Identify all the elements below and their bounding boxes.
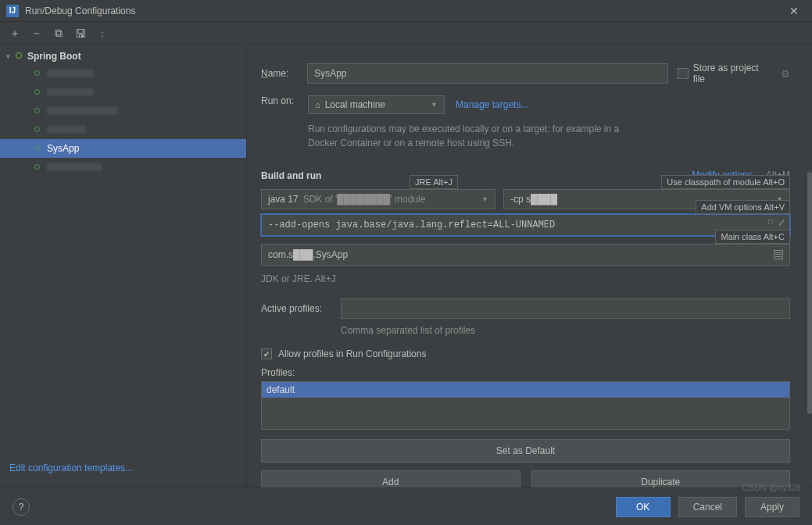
tree-item-label	[47, 88, 94, 96]
tree-item[interactable]	[0, 158, 246, 177]
set-default-button[interactable]: Set as Default	[261, 439, 790, 462]
jdk-hint: JDK or JRE. Alt+J	[261, 272, 790, 286]
spring-boot-icon	[31, 105, 42, 116]
vm-hint-tag: Add VM options Alt+V	[696, 200, 790, 214]
run-on-hint: Run configurations may be executed local…	[308, 122, 636, 150]
expand-icon[interactable]: ⤢	[778, 217, 785, 228]
store-as-project-checkbox[interactable]	[678, 68, 689, 79]
mainclass-hint-tag: Main class Alt+C	[715, 230, 790, 244]
jre-value-suffix: SDK of '████████' module	[303, 194, 426, 205]
remove-config-icon[interactable]: －	[30, 27, 44, 41]
title-bar: IJ Run/Debug Configurations ✕	[0, 0, 812, 22]
allow-profiles-checkbox[interactable]: ✔	[261, 348, 272, 359]
spring-boot-icon	[31, 124, 42, 135]
scrollbar[interactable]	[807, 45, 812, 488]
store-as-project-label: Store as project file	[693, 62, 771, 84]
tree-item-label	[47, 107, 117, 115]
jre-hint-tag: JRE Alt+J	[410, 175, 458, 189]
help-icon[interactable]: ?	[13, 498, 30, 516]
run-on-value: Local machine	[325, 99, 385, 110]
active-profiles-label: Active profiles:	[261, 303, 331, 314]
chevron-down-icon: ▼	[431, 101, 438, 109]
tree-item-label	[47, 163, 102, 171]
main-class-input[interactable]: com.s███.SysApp	[261, 244, 790, 266]
gear-icon[interactable]: ⚙	[781, 68, 790, 80]
spring-boot-icon	[13, 51, 24, 62]
allow-profiles-label: Allow profiles in Run Configurations	[278, 348, 426, 359]
tree-item-label: SysApp	[47, 143, 79, 154]
edit-templates-link[interactable]: Edit configuration templates...	[9, 462, 133, 473]
profiles-item-default[interactable]: default	[262, 382, 789, 398]
name-input[interactable]	[307, 63, 668, 84]
profiles-label: Profiles:	[261, 367, 790, 378]
chevron-down-icon: ▼	[481, 195, 488, 203]
vm-input-tools: □ ⤢	[768, 217, 785, 228]
spring-boot-icon	[31, 87, 42, 98]
duplicate-button[interactable]: Duplicate	[531, 470, 791, 488]
spring-boot-icon	[31, 162, 42, 173]
manage-targets-link[interactable]: Manage targets...	[456, 99, 528, 110]
classpath-hint-tag: Use classpath of module Alt+O	[661, 175, 790, 189]
window-title: Run/Debug Configurations	[25, 5, 782, 16]
ok-button[interactable]: OK	[616, 497, 671, 517]
active-profiles-input[interactable]	[341, 298, 790, 319]
run-on-label: Run on:	[261, 95, 299, 106]
jre-select[interactable]: java 17 SDK of '████████' module ▼	[261, 189, 495, 209]
dialog-footer: ? OK Cancel Apply	[0, 488, 812, 525]
vm-options-input[interactable]	[261, 214, 790, 236]
sort-config-icon[interactable]: ↕	[95, 27, 109, 40]
cancel-button[interactable]: Cancel	[678, 497, 737, 517]
close-icon[interactable]: ✕	[782, 5, 806, 17]
tree-root-label: Spring Boot	[27, 51, 81, 62]
inline-hint-icon[interactable]: □	[768, 217, 773, 228]
save-config-icon[interactable]: 🖫	[73, 27, 88, 40]
list-icon[interactable]	[774, 250, 783, 259]
app-icon: IJ	[6, 5, 19, 17]
content-panel: Name: Store as project file ⚙ Run on: ⌂ …	[247, 45, 812, 488]
build-run-title: Build and run	[261, 170, 321, 181]
run-on-select[interactable]: ⌂ Local machine ▼	[308, 95, 445, 114]
active-profiles-hint: Comma separated list of profiles	[341, 323, 790, 338]
tree-item[interactable]	[0, 83, 246, 102]
tree-item-label	[47, 126, 86, 134]
add-button[interactable]: Add	[261, 470, 520, 488]
apply-button[interactable]: Apply	[745, 497, 799, 517]
name-label: Name:	[261, 68, 298, 79]
spring-boot-icon	[31, 68, 42, 79]
home-icon: ⌂	[315, 100, 320, 109]
classpath-value: -cp s████	[510, 194, 557, 205]
tree-item-sysapp[interactable]: SysApp	[0, 139, 246, 158]
scrollbar-thumb[interactable]	[807, 172, 812, 414]
config-tree: ▾ Spring Boot SysApp	[0, 45, 246, 455]
tree-root-spring-boot[interactable]: ▾ Spring Boot	[0, 48, 246, 64]
tree-item[interactable]	[0, 64, 246, 83]
spring-boot-icon	[31, 143, 42, 154]
tree-item[interactable]	[0, 120, 246, 139]
config-toolbar: ＋ － ⧉ 🖫 ↕	[0, 22, 812, 45]
copy-config-icon[interactable]: ⧉	[52, 27, 66, 40]
sidebar: ▾ Spring Boot SysApp Edit configuration …	[0, 45, 247, 488]
tree-item-label	[47, 70, 94, 77]
tree-item[interactable]	[0, 102, 246, 120]
add-config-icon[interactable]: ＋	[8, 27, 22, 41]
main-class-value: com.s███.SysApp	[268, 249, 348, 260]
jre-value-prefix: java 17	[268, 194, 299, 205]
profiles-list[interactable]: default	[261, 381, 790, 430]
chevron-down-icon: ▾	[6, 52, 10, 60]
